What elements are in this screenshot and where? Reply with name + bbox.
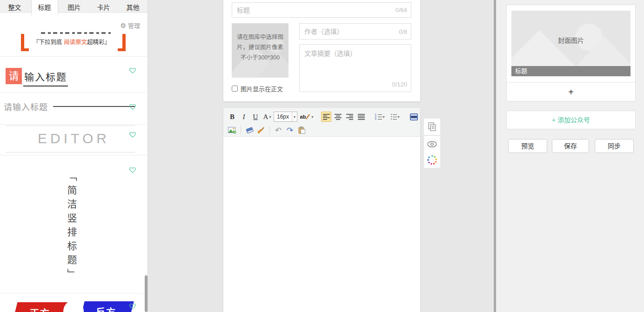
- editor-body[interactable]: [223, 137, 420, 312]
- divider: [0, 92, 148, 93]
- highlight-color-button[interactable]: ab ▾: [299, 112, 315, 122]
- redo-icon: ↷: [287, 126, 293, 135]
- vs-left-label: 正方: [30, 306, 50, 312]
- align-right-button[interactable]: [344, 112, 355, 122]
- tab-image[interactable]: 图片: [61, 0, 87, 13]
- chevron-down-icon: ▾: [383, 115, 385, 119]
- author-counter: 0/8: [399, 28, 407, 35]
- align-center-button[interactable]: [333, 112, 343, 122]
- italic-button[interactable]: I: [239, 112, 249, 122]
- title-counter: 0/64: [396, 7, 407, 13]
- cover-title-bar: 标题: [511, 66, 631, 76]
- editor-toolbar: B I U A▾ 16px ▾ ab ▾: [223, 108, 420, 137]
- bracket-right-foot: [118, 48, 126, 51]
- copy-pages-icon: [428, 122, 436, 131]
- undo-button[interactable]: ↶: [273, 125, 283, 135]
- unordered-list-button[interactable]: ▾: [388, 112, 402, 122]
- sidebar-scrollbar-thumb[interactable]: [145, 275, 148, 312]
- format-brush-button[interactable]: [256, 125, 266, 135]
- paste-button[interactable]: [296, 125, 307, 135]
- editor-word-bottom-rule: [6, 152, 135, 153]
- editor-word-top-rule: [6, 126, 135, 126]
- clipboard-icon: [298, 126, 305, 134]
- broom-icon: [257, 127, 265, 134]
- manage-label: 管理: [128, 21, 140, 30]
- image-picker-hint: 请在图库中选择图片，建议图片像素不小于300*300: [232, 33, 288, 63]
- font-color-button[interactable]: A▾: [262, 112, 272, 122]
- preview-button[interactable]: 预览: [508, 139, 547, 153]
- copy-article-button[interactable]: [424, 119, 440, 135]
- eraser-icon: [246, 127, 254, 133]
- line-template-title: 请输入标题: [4, 100, 48, 113]
- redo-button[interactable]: ↷: [285, 125, 295, 135]
- please-box-title: 输入标题: [23, 69, 68, 86]
- title-field: 0/64: [232, 2, 411, 18]
- unordered-list-icon: [391, 114, 397, 120]
- favorite-heart-icon[interactable]: [128, 131, 137, 139]
- cover-placeholder-label: 封面图片: [511, 35, 631, 45]
- font-size-select[interactable]: 16px ▾: [274, 112, 297, 122]
- cover-image-placeholder[interactable]: 封面图片 标题: [511, 11, 631, 76]
- add-account-button[interactable]: + 添加公众号: [506, 111, 636, 129]
- ordered-list-button[interactable]: 1 2 3 ▾: [373, 112, 387, 122]
- eraser-button[interactable]: [244, 125, 255, 135]
- divider: [0, 155, 148, 155]
- tab-title[interactable]: 标题: [31, 0, 58, 15]
- toolbar-separator: [241, 126, 241, 134]
- align-center-icon: [335, 114, 342, 120]
- tab-card[interactable]: 卡片: [91, 0, 117, 13]
- read-original-link-text: 阅读原文: [64, 39, 87, 46]
- line-template-rule: [53, 106, 135, 107]
- divider: [0, 124, 148, 125]
- divider: [0, 293, 148, 293]
- chevron-down-icon: ▾: [292, 112, 297, 121]
- align-left-button[interactable]: [321, 112, 331, 122]
- align-right-icon: [346, 114, 353, 120]
- bracket-left-foot: [21, 48, 29, 51]
- sidebar-tabbar: 整文 标题 图片 卡片 其他: [0, 0, 148, 13]
- vs-right-label: 反方: [96, 305, 116, 312]
- vertical-template-title: 「简洁竖排标题」: [64, 171, 78, 283]
- manage-link[interactable]: ⚙ 管理: [120, 21, 140, 30]
- author-field: 0/8: [299, 23, 411, 40]
- chevron-down-icon: ▾: [269, 115, 271, 119]
- bold-button[interactable]: B: [227, 112, 237, 122]
- insert-image-button[interactable]: [227, 125, 237, 135]
- show-image-in-body-row: 图片显示在正文: [232, 84, 283, 93]
- bracket-template-text: 『下拉到底 阅读原文超精彩』: [33, 37, 110, 46]
- align-justify-button[interactable]: [356, 112, 366, 122]
- favorite-heart-icon[interactable]: [128, 66, 137, 74]
- richtext-editor-panel: B I U A▾ 16px ▾ ab ▾: [223, 108, 420, 312]
- color-dot-ring-icon: [427, 155, 437, 165]
- chevron-down-icon: ▾: [398, 115, 400, 119]
- favorite-heart-icon[interactable]: [128, 302, 137, 310]
- image-icon: [228, 127, 236, 134]
- underline-button[interactable]: U: [250, 112, 261, 122]
- title-input[interactable]: [232, 3, 411, 17]
- save-button[interactable]: 保存: [552, 139, 589, 153]
- ordered-list-icon: 1 2 3: [375, 114, 382, 120]
- theme-color-button[interactable]: [424, 152, 440, 168]
- tab-other[interactable]: 其他: [120, 0, 146, 13]
- author-input[interactable]: [300, 24, 411, 39]
- gear-icon: ⚙: [120, 22, 126, 29]
- tab-full-article[interactable]: 整文: [2, 0, 28, 13]
- font-size-value: 16px: [274, 113, 292, 120]
- show-image-in-body-label: 图片显示在正文: [241, 84, 283, 93]
- insert-video-button[interactable]: [409, 112, 419, 122]
- video-icon: [410, 113, 418, 120]
- cover-image-picker[interactable]: 请在图库中选择图片，建议图片像素不小于300*300: [232, 23, 288, 78]
- article-meta-panel: 0/64 请在图库中选择图片，建议图片像素不小于300*300 0/8 0/12…: [223, 0, 420, 101]
- show-image-in-body-checkbox[interactable]: [232, 86, 238, 92]
- toolbar-separator: [269, 126, 270, 134]
- favorite-heart-icon[interactable]: [128, 103, 137, 111]
- sync-button[interactable]: 同步: [595, 139, 634, 153]
- preview-article-button[interactable]: [424, 136, 440, 152]
- pencil-icon: [306, 114, 310, 119]
- page-scrollbar-thumb[interactable]: [494, 0, 496, 312]
- summary-counter: 0/120: [392, 81, 407, 88]
- divider: [0, 56, 148, 57]
- favorite-heart-icon[interactable]: [128, 166, 137, 174]
- add-article-button[interactable]: +: [507, 82, 635, 101]
- chevron-down-icon: ▾: [311, 115, 313, 119]
